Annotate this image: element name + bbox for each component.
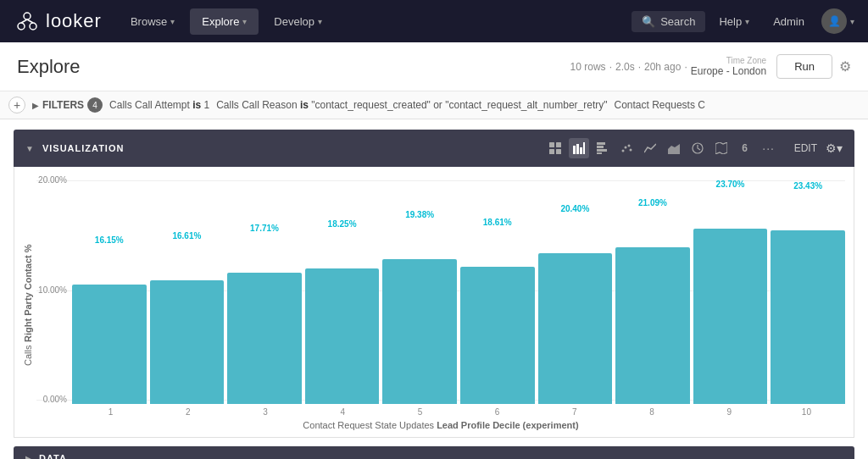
svg-point-2 xyxy=(30,23,36,30)
viz-collapse-icon[interactable]: ▼ xyxy=(25,144,34,153)
svg-rect-11 xyxy=(580,147,582,154)
x-tick-2: 2 xyxy=(149,407,226,417)
viz-bar-icon[interactable] xyxy=(569,138,589,158)
chart-container: Calls Right Party Contact % 20.00% 10.00… xyxy=(14,167,854,438)
settings-icon[interactable]: ⚙ xyxy=(839,58,851,75)
add-filter-button[interactable]: + xyxy=(8,97,25,113)
viz-time-icon[interactable] xyxy=(687,138,708,158)
bar-2: 16.61% xyxy=(150,180,225,404)
bar-value-10: 23.43% xyxy=(793,181,822,191)
x-tick-3: 3 xyxy=(226,407,303,417)
viz-settings-icon[interactable]: ⚙▾ xyxy=(826,141,843,155)
timezone-selector[interactable]: Time Zone Europe - London xyxy=(691,56,766,77)
bar-10: 23.43% xyxy=(771,180,845,404)
user-avatar: 👤 xyxy=(821,8,847,34)
viz-more-icon[interactable]: ··· xyxy=(759,138,779,158)
page-content: Explore 10 rows · 2.0s · 20h ago · Time … xyxy=(0,42,868,459)
search-button[interactable]: 🔍 Search xyxy=(632,11,705,32)
filters-toggle[interactable]: ▶ FILTERS 4 xyxy=(32,97,103,113)
data-chevron-icon: ▶ xyxy=(25,454,32,460)
logo[interactable]: looker xyxy=(14,8,102,35)
svg-rect-14 xyxy=(597,146,604,148)
bar-rect-3[interactable] xyxy=(227,273,302,404)
x-tick-5: 5 xyxy=(381,407,459,417)
svg-line-4 xyxy=(27,19,33,23)
bar-value-7: 20.40% xyxy=(560,204,589,213)
data-section: ▶ DATA xyxy=(14,446,854,459)
viz-table-icon[interactable] xyxy=(545,138,565,158)
bar-rect-10[interactable] xyxy=(771,230,845,404)
svg-rect-10 xyxy=(576,144,579,154)
bar-rect-2[interactable] xyxy=(150,280,225,404)
viz-edit-button[interactable]: EDIT xyxy=(794,142,817,154)
x-axis: 12345678910 xyxy=(36,407,845,417)
bar-8: 21.09% xyxy=(615,180,690,404)
bar-value-9: 23.70% xyxy=(716,180,745,189)
x-tick-1: 1 xyxy=(72,407,149,417)
svg-rect-9 xyxy=(573,146,576,154)
filters-chevron-icon: ▶ xyxy=(32,101,39,110)
filter-chip-1: Calls Call Attempt is 1 xyxy=(109,99,209,111)
filter-bar: + ▶ FILTERS 4 Calls Call Attempt is 1 Ca… xyxy=(0,91,868,119)
filter-count-badge: 4 xyxy=(87,97,103,113)
svg-rect-5 xyxy=(549,142,554,147)
bar-rect-7[interactable] xyxy=(538,253,613,404)
user-avatar-wrapper[interactable]: 👤 ▾ xyxy=(818,8,854,34)
svg-marker-23 xyxy=(715,142,727,154)
svg-point-17 xyxy=(621,150,624,152)
data-header[interactable]: ▶ DATA xyxy=(14,446,854,459)
bar-rect-4[interactable] xyxy=(305,268,380,404)
bar-rect-8[interactable] xyxy=(615,247,690,404)
visualization-header: ▼ VISUALIZATION xyxy=(14,130,854,167)
search-icon: 🔍 xyxy=(642,15,655,28)
viz-column-icon[interactable] xyxy=(593,138,613,158)
x-tick-8: 8 xyxy=(613,407,690,417)
bar-7: 20.40% xyxy=(538,180,613,404)
bars-area: 16.15%16.61%17.71%18.25%19.38%18.61%20.4… xyxy=(72,180,845,404)
bar-value-8: 21.09% xyxy=(638,198,667,207)
svg-point-0 xyxy=(24,13,31,19)
viz-area-icon[interactable] xyxy=(664,138,684,158)
nav-browse[interactable]: Browse ▾ xyxy=(119,8,186,35)
bar-value-6: 18.61% xyxy=(483,218,512,227)
user-chevron-icon: ▾ xyxy=(850,17,854,26)
bar-3: 17.71% xyxy=(227,180,302,404)
nav-develop[interactable]: Develop ▾ xyxy=(262,8,334,35)
bar-value-1: 16.15% xyxy=(95,235,124,245)
develop-chevron-icon: ▾ xyxy=(318,17,322,26)
bar-value-2: 16.61% xyxy=(172,231,201,241)
svg-rect-15 xyxy=(597,149,607,152)
browse-chevron-icon: ▾ xyxy=(170,17,175,26)
run-button[interactable]: Run xyxy=(776,54,832,79)
x-tick-4: 4 xyxy=(304,407,381,417)
x-tick-7: 7 xyxy=(536,407,613,417)
bar-4: 18.25% xyxy=(305,180,380,404)
chart-plot: 20.00% 10.00% 0.00% 16.15%16.61%17.71%18… xyxy=(36,180,845,430)
svg-point-18 xyxy=(624,147,626,149)
bar-rect-9[interactable] xyxy=(693,229,768,404)
svg-rect-8 xyxy=(556,149,561,154)
viz-line-icon[interactable] xyxy=(640,138,660,158)
viz-type-icons: 6 ··· xyxy=(545,138,779,158)
bar-value-5: 19.38% xyxy=(405,210,434,219)
svg-rect-12 xyxy=(583,142,585,154)
svg-rect-7 xyxy=(549,149,554,154)
bar-rect-1[interactable] xyxy=(72,285,147,404)
bar-value-4: 18.25% xyxy=(328,219,357,229)
svg-rect-16 xyxy=(597,152,602,154)
run-info: 10 rows · 2.0s · 20h ago · Time Zone Eur… xyxy=(570,56,767,77)
bar-9: 23.70% xyxy=(693,180,768,404)
viz-number-icon[interactable]: 6 xyxy=(735,138,755,158)
subheader: Explore 10 rows · 2.0s · 20h ago · Time … xyxy=(0,42,868,91)
viz-scatter-icon[interactable] xyxy=(616,138,637,158)
help-menu[interactable]: Help ▾ xyxy=(709,8,760,35)
x-tick-10: 10 xyxy=(768,407,845,417)
filter-chip-2: Calls Call Reason is "contact_request_cr… xyxy=(216,99,607,111)
explore-chevron-icon: ▾ xyxy=(242,17,247,26)
filter-chip-3: Contact Requests C xyxy=(615,99,705,111)
viz-map-icon[interactable] xyxy=(711,138,732,158)
admin-link[interactable]: Admin xyxy=(763,8,815,35)
nav-explore[interactable]: Explore ▾ xyxy=(190,8,259,35)
bar-rect-5[interactable] xyxy=(382,259,457,404)
bar-rect-6[interactable] xyxy=(460,267,535,404)
